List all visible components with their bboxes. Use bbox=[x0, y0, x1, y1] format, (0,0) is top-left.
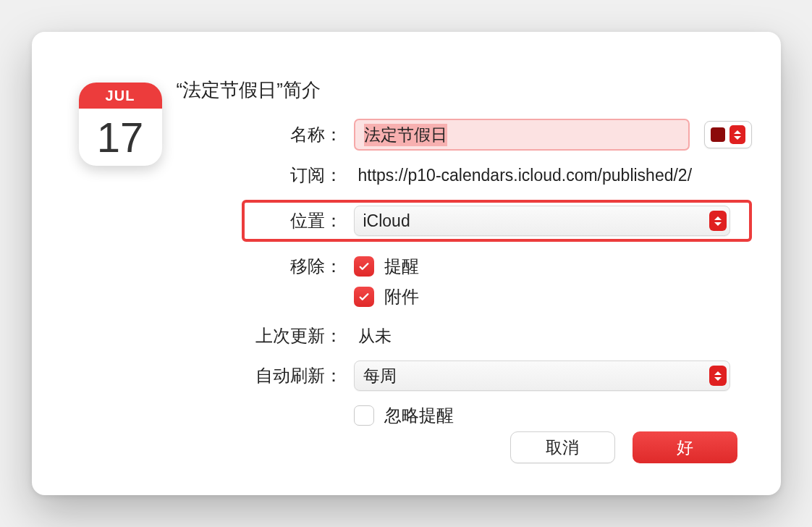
label-last-update: 上次更新： bbox=[242, 324, 354, 347]
name-input[interactable]: 法定节假日 bbox=[354, 119, 690, 151]
calendar-icon-month: JUL bbox=[79, 83, 162, 109]
chevron-up-down-icon bbox=[709, 211, 727, 231]
color-swatch bbox=[711, 127, 725, 142]
chevron-up-down-icon bbox=[709, 366, 727, 386]
form-area: 名称： 法定节假日 订阅： https://p10-calendars.iclo… bbox=[242, 119, 752, 440]
subscribe-url: https://p10-calendars.icloud.com/publish… bbox=[354, 166, 693, 185]
calendar-app-icon: JUL 17 bbox=[79, 83, 162, 166]
last-update-value: 从未 bbox=[354, 325, 392, 347]
location-select[interactable]: iCloud bbox=[354, 206, 730, 236]
label-subscribe: 订阅： bbox=[242, 164, 354, 187]
checkbox-ignore-alerts[interactable] bbox=[354, 405, 374, 426]
color-picker[interactable] bbox=[704, 121, 752, 148]
remove-attachments-label: 附件 bbox=[384, 285, 419, 308]
calendar-info-dialog: JUL 17 “法定节假日”简介 名称： 法定节假日 订阅： https://p… bbox=[32, 32, 781, 495]
label-name: 名称： bbox=[242, 123, 354, 146]
checkbox-remove-alerts[interactable] bbox=[354, 256, 374, 277]
location-highlight: 位置： iCloud bbox=[242, 200, 752, 242]
check-icon bbox=[358, 290, 371, 303]
cancel-button[interactable]: 取消 bbox=[510, 431, 615, 463]
dialog-title: “法定节假日”简介 bbox=[177, 77, 321, 103]
auto-refresh-select[interactable]: 每周 bbox=[354, 361, 730, 391]
check-icon bbox=[358, 260, 371, 273]
ignore-alerts-label: 忽略提醒 bbox=[384, 404, 454, 427]
location-value: iCloud bbox=[363, 211, 410, 231]
checkbox-remove-attachments[interactable] bbox=[354, 287, 374, 307]
ok-button[interactable]: 好 bbox=[633, 431, 737, 463]
name-value: 法定节假日 bbox=[364, 124, 447, 146]
label-auto-refresh: 自动刷新： bbox=[242, 364, 354, 387]
remove-alerts-label: 提醒 bbox=[384, 255, 419, 278]
auto-refresh-value: 每周 bbox=[363, 365, 397, 387]
label-location: 位置： bbox=[248, 209, 354, 232]
label-remove: 移除： bbox=[242, 255, 354, 278]
dialog-buttons: 取消 好 bbox=[510, 431, 737, 463]
chevron-up-down-icon bbox=[729, 125, 745, 144]
calendar-icon-day: 17 bbox=[79, 109, 162, 166]
